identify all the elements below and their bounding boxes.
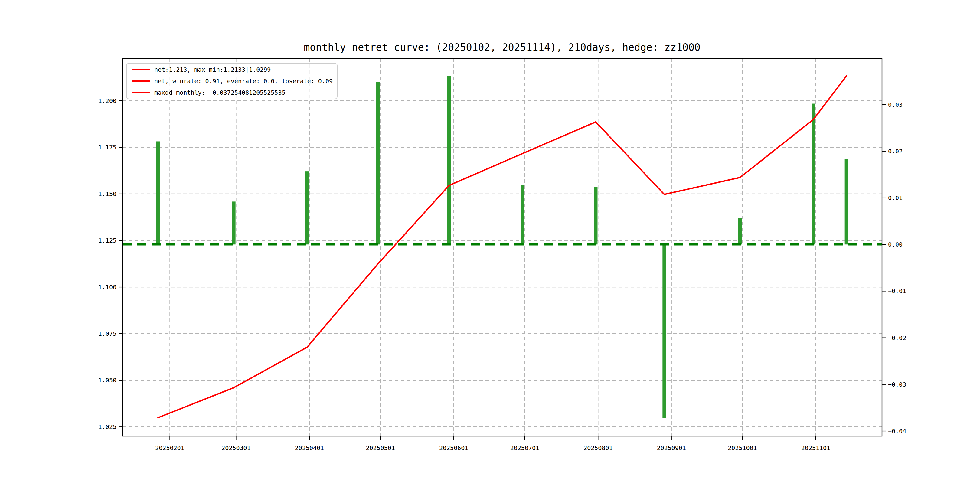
right-y-tick-label: 0.02 <box>888 148 902 155</box>
left-y-tick-label: 1.200 <box>98 97 116 104</box>
left-y-tick-labels: 1.0251.0501.0751.1001.1251.1501.1751.200 <box>98 97 116 430</box>
monthly-return-bar <box>738 218 742 244</box>
chart-figure: 2025020120250301202504012025050120250601… <box>0 0 980 490</box>
monthly-return-bar <box>305 171 309 244</box>
left-y-tick-label: 1.175 <box>98 144 116 151</box>
monthly-return-bar <box>447 76 451 244</box>
left-y-tick-label: 1.075 <box>98 330 116 337</box>
x-tick-label: 20250901 <box>657 444 686 452</box>
left-y-tick-label: 1.100 <box>98 283 116 291</box>
legend-label-winrate: net, winrate: 0.91, evenrate: 0.0, loser… <box>154 78 333 85</box>
left-y-tick-label: 1.050 <box>98 377 116 384</box>
x-tick-labels: 2025020120250301202504012025050120250601… <box>155 444 830 452</box>
net-curve <box>158 76 846 418</box>
right-y-tick-label: 0.01 <box>888 194 902 202</box>
monthly-return-bars <box>156 76 848 418</box>
monthly-return-bar <box>845 159 848 244</box>
left-y-tick-label: 1.125 <box>98 237 116 244</box>
plot-border <box>123 58 882 436</box>
chart-title: monthly netret curve: (20250102, 2025111… <box>304 41 700 53</box>
x-tick-label: 20250601 <box>439 444 468 452</box>
monthly-return-bar <box>520 185 524 244</box>
right-y-tick-label: 0.03 <box>888 101 902 108</box>
right-y-tick-labels: −0.04−0.03−0.02−0.010.000.010.020.03 <box>888 101 906 435</box>
legend-label-net: net:1.213, max|min:1.2133|1.0299 <box>154 66 271 73</box>
netret-chart: 2025020120250301202504012025050120250601… <box>0 0 980 490</box>
x-tick-label: 20250401 <box>295 444 324 452</box>
monthly-return-bar <box>594 187 597 244</box>
x-tick-label: 20251001 <box>728 444 757 452</box>
monthly-return-bar <box>232 202 235 244</box>
monthly-return-bar <box>662 244 666 418</box>
legend-label-maxdd: maxdd_monthly: -0.037254081205525535 <box>154 89 285 96</box>
legend: net:1.213, max|min:1.2133|1.0299 net, wi… <box>126 63 337 99</box>
right-y-tick-label: −0.02 <box>888 334 906 342</box>
right-y-tick-label: 0.00 <box>888 241 902 248</box>
right-y-tick-label: −0.01 <box>888 287 906 294</box>
left-y-tick-label: 1.150 <box>98 190 116 197</box>
x-tick-label: 20250201 <box>155 444 184 452</box>
monthly-return-bar <box>811 104 815 245</box>
x-tick-label: 20251101 <box>801 444 830 452</box>
x-tick-label: 20250801 <box>584 444 612 452</box>
left-y-tick-label: 1.025 <box>98 423 116 430</box>
gridlines <box>123 58 882 436</box>
monthly-return-bar <box>376 82 380 244</box>
axis-ticks <box>119 101 886 440</box>
monthly-return-bar <box>156 141 160 244</box>
x-tick-label: 20250701 <box>510 444 539 452</box>
right-y-tick-label: −0.03 <box>888 381 906 388</box>
x-tick-label: 20250501 <box>366 444 395 452</box>
x-tick-label: 20250301 <box>221 444 250 452</box>
right-y-tick-label: −0.04 <box>888 427 906 435</box>
